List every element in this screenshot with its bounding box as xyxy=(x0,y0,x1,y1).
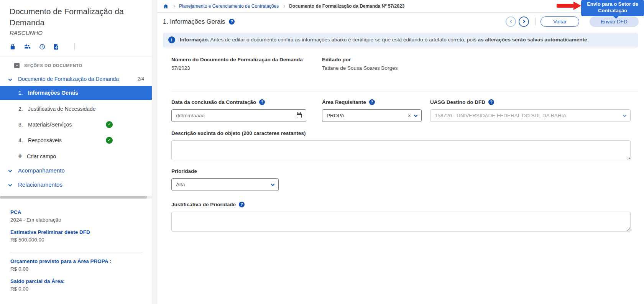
item-number: 4. xyxy=(18,137,28,143)
collapse-sections-icon[interactable] xyxy=(14,63,20,68)
field-label: Justificativa de Prioridade ? xyxy=(171,202,631,207)
selected-value: 158720 - UNIVERSIDADE FEDERAL DO SUL DA … xyxy=(435,113,623,118)
uasg-select: 158720 - UNIVERSIDADE FEDERAL DO SUL DA … xyxy=(430,109,631,122)
info-banner-body: Antes de editar o documento confira as i… xyxy=(209,37,478,43)
export-file-icon[interactable] xyxy=(53,43,67,50)
field-label-text: UASG Destino do DFD xyxy=(430,99,485,105)
priority-justification-textarea[interactable] xyxy=(171,212,631,232)
red-arrow-annotation xyxy=(557,2,581,10)
arrow-shaft xyxy=(557,4,573,8)
summary-divider xyxy=(10,253,143,253)
group-label: Relacionamentos xyxy=(18,181,62,188)
meta-editor: Editado por Tatiane de Sousa Soares Borg… xyxy=(322,57,398,71)
plus-icon: + xyxy=(18,152,27,160)
date-input-wrapper xyxy=(171,109,306,122)
info-banner-text: Informação. Antes de editar o documento … xyxy=(180,37,588,43)
summary-value: R$ 0,00 xyxy=(10,286,143,292)
document-sections-tree: Documento de Formalização da Demanda 2/4… xyxy=(0,73,152,192)
help-icon[interactable]: ? xyxy=(488,99,494,105)
clear-icon[interactable]: × xyxy=(408,113,411,119)
description-textarea[interactable] xyxy=(171,140,631,160)
summary-label: PCA xyxy=(10,209,143,215)
sidebar-item-acompanhamento[interactable]: Acompanhamento xyxy=(0,163,152,177)
breadcrumb-link-pgc[interactable]: Planejamento e Gerenciamento de Contrata… xyxy=(179,3,279,9)
check-icon: ✓ xyxy=(106,121,113,128)
tree-root-label: Documento de Formalização da Demanda xyxy=(18,76,119,82)
manage-access-icon[interactable] xyxy=(24,43,38,50)
home-icon[interactable] xyxy=(163,3,169,9)
pca-summary: PCA 2024 - Em elaboração Estimativa Prel… xyxy=(0,199,152,292)
chevron-down-icon xyxy=(271,182,275,186)
item-number: 1. xyxy=(18,90,28,96)
voltar-button[interactable]: Voltar xyxy=(540,16,579,27)
sidebar: Documento de Formalização da Demanda RAS… xyxy=(0,0,152,304)
tree-root-dfd[interactable]: Documento de Formalização da Demanda 2/4 xyxy=(0,73,152,84)
info-banner-lead: Informação. xyxy=(180,37,209,43)
meta-number: Número do Documento de Formalização da D… xyxy=(171,57,322,71)
info-banner-tail: . xyxy=(587,37,589,43)
group-label: Acompanhamento xyxy=(18,167,65,174)
horizontal-scrollbar[interactable] xyxy=(0,196,152,199)
sections-header: SEÇÕES DO DOCUMENTO xyxy=(14,63,152,68)
selected-value: PROPA xyxy=(327,113,408,118)
field-label: Descrição sucinta do objeto (200 caracte… xyxy=(171,130,631,136)
summary-pca: PCA 2024 - Em elaboração xyxy=(10,209,143,223)
summary-balance: Saldo parcial da Área: R$ 0,00 xyxy=(10,278,143,292)
help-icon[interactable]: ? xyxy=(229,19,235,25)
section-progress: 2/4 xyxy=(138,76,144,83)
informacoes-gerais-form: Data da conclusão da Contratação ? Área … xyxy=(171,99,631,233)
history-icon[interactable] xyxy=(38,43,53,50)
sidebar-item-materiais-servicos[interactable]: 3. Materiais/Serviços ✓ xyxy=(0,118,152,131)
toolbar-divider xyxy=(74,43,75,50)
completion-date-input[interactable] xyxy=(176,113,297,118)
field-label-text: Prioridade xyxy=(171,168,197,174)
priority-select[interactable]: Alta xyxy=(171,178,279,191)
info-banner: i Informação. Antes de editar o document… xyxy=(163,33,638,48)
create-field-button[interactable]: + Criar campo xyxy=(0,150,152,163)
summary-budget: Orçamento previsto para a Área PROPA : R… xyxy=(10,258,143,272)
field-label-text: Área Requisitante xyxy=(322,99,366,105)
completion-date-field: Data da conclusão da Contratação ? xyxy=(171,99,306,122)
send-tooltip: Envio para o Setor de Contratação xyxy=(581,0,644,16)
scrollbar-thumb[interactable] xyxy=(0,196,147,199)
info-banner-bold: as alterações serão salvas automaticamen… xyxy=(478,37,587,43)
sidebar-item-relacionamentos[interactable]: Relacionamentos xyxy=(0,177,152,192)
sidebar-divider xyxy=(0,56,152,56)
summary-value: R$ 500.000,00 xyxy=(10,237,143,243)
chevron-down-icon xyxy=(623,113,627,117)
help-icon[interactable]: ? xyxy=(259,99,265,105)
field-label-text: Data da conclusão da Contratação xyxy=(171,99,256,105)
next-section-button[interactable] xyxy=(519,16,529,27)
item-number: 3. xyxy=(18,122,28,128)
field-label-text: Descrição sucinta do objeto (200 caracte… xyxy=(171,130,306,136)
requesting-area-select[interactable]: PROPA × xyxy=(322,109,422,122)
item-number: 2. xyxy=(18,106,28,112)
calendar-icon[interactable] xyxy=(297,113,302,118)
document-toolbar xyxy=(9,42,152,51)
controls-divider xyxy=(535,18,536,25)
chevron-down-icon xyxy=(8,168,12,172)
sidebar-item-justificativa[interactable]: 2. Justificativa de Necessidade xyxy=(0,102,152,116)
document-title: Documento de Formalização da Demanda xyxy=(10,6,142,28)
chevron-down-icon xyxy=(8,182,12,186)
sidebar-item-informacoes-gerais[interactable]: 1. Informações Gerais xyxy=(0,86,152,100)
summary-value: R$ 0,00 xyxy=(10,266,143,272)
lock-icon[interactable] xyxy=(9,43,24,50)
help-icon[interactable]: ? xyxy=(239,202,245,207)
help-icon[interactable]: ? xyxy=(369,99,375,105)
field-label: Data da conclusão da Contratação ? xyxy=(171,99,306,105)
breadcrumb-current: Documento de Formalização da Demanda Nº … xyxy=(289,3,404,9)
page-title: 1. Informações Gerais ? xyxy=(163,18,235,25)
summary-label: Orçamento previsto para a Área PROPA : xyxy=(10,258,143,264)
summary-value: 2024 - Em elaboração xyxy=(10,217,143,223)
priority-justification-field: Justificativa de Prioridade ? xyxy=(171,202,631,233)
item-label: Informações Gerais xyxy=(28,90,78,96)
create-field-label: Criar campo xyxy=(27,153,56,159)
tooltip-caret xyxy=(613,16,619,19)
chevron-down-icon xyxy=(8,77,12,81)
page-title-text: 1. Informações Gerais xyxy=(163,18,225,25)
previous-section-button[interactable] xyxy=(506,16,516,27)
form-divider xyxy=(171,92,638,92)
info-icon: i xyxy=(168,36,175,43)
sidebar-item-responsaveis[interactable]: 4. Responsáveis ✓ xyxy=(0,133,152,147)
